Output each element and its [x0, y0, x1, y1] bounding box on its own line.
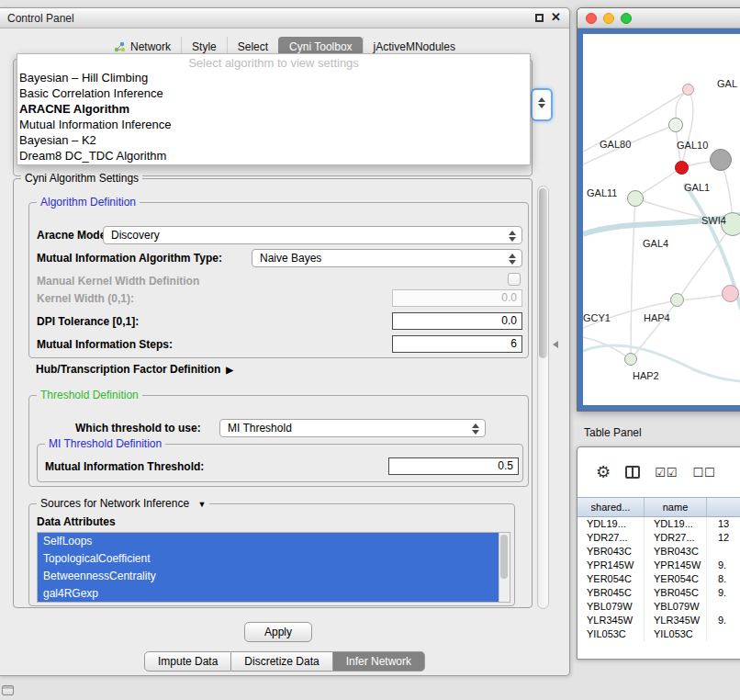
manual-kernel-checkbox	[508, 273, 521, 286]
apply-button[interactable]: Apply	[244, 622, 312, 642]
combo-stepper-icon	[509, 231, 516, 242]
algorithm-combobox-stepper[interactable]	[531, 88, 553, 121]
table-row[interactable]: YBR045CYBR045C9.	[577, 586, 740, 600]
mi-type-select[interactable]: Naive Bayes	[252, 249, 522, 267]
node-label: GAL	[717, 78, 737, 89]
dpi-tolerance-label: DPI Tolerance [0,1]:	[37, 315, 139, 328]
cyni-algorithm-settings-group: Cyni Algorithm Settings Algorithm Defini…	[13, 178, 533, 608]
settings-scrollbar[interactable]	[537, 186, 549, 609]
threshold-definition-group: Threshold Definition Which threshold to …	[28, 395, 529, 487]
node-label: HAP2	[633, 370, 659, 381]
manual-kernel-label: Manual Kernel Width Definition	[37, 275, 199, 288]
list-item[interactable]: SelfLoops	[38, 533, 499, 550]
table-row[interactable]: YPR145WYPR145W9.	[577, 559, 740, 572]
which-threshold-select[interactable]: MI Threshold	[219, 419, 486, 437]
table-body: YDL19...YDL19...13 YDR27...YDR27...12 YB…	[577, 517, 740, 641]
gear-icon[interactable]: ⚙	[596, 462, 611, 482]
combo-stepper-icon	[538, 97, 545, 108]
table-row[interactable]: YBL079WYBL079W	[577, 600, 740, 614]
network-window-titlebar[interactable]	[577, 8, 740, 28]
node-label: GAL11	[587, 187, 617, 198]
algorithm-definition-group: Algorithm Definition Aracne Mode: Discov…	[28, 202, 529, 358]
sources-group: Sources for Network Inference ▼ Data Att…	[28, 503, 515, 606]
combo-stepper-icon	[472, 423, 479, 435]
table-header-row: shared... name	[577, 497, 740, 517]
deselect-all-icon[interactable]: ☐☐	[692, 466, 715, 480]
node-label: GAL1	[684, 182, 710, 193]
tab-infer-network[interactable]: Infer Network	[333, 651, 425, 672]
menu-item[interactable]: Bayesian – Hill Climbing	[17, 70, 530, 85]
network-node[interactable]	[722, 285, 739, 302]
control-panel-titlebar: Control Panel ✕	[0, 8, 569, 28]
node-label: GAL10	[677, 140, 708, 151]
node-label: GCY1	[583, 312, 611, 323]
table-row[interactable]: YIL053CYIL053C	[577, 627, 740, 641]
algorithm-dropdown-menu: Select algorithm to view settings Bayesi…	[17, 53, 531, 165]
tab-impute-data[interactable]: Impute Data	[144, 651, 231, 672]
network-node[interactable]	[710, 149, 732, 171]
mi-type-label: Mutual Information Algorithm Type:	[37, 252, 222, 265]
sources-toggle[interactable]: Sources for Network Inference ▼	[37, 497, 209, 510]
splitter-arrow-icon[interactable]	[553, 341, 558, 348]
traffic-light-zoom-icon[interactable]	[621, 13, 632, 24]
float-window-icon[interactable]	[535, 14, 544, 22]
column-header[interactable]	[707, 498, 740, 516]
traffic-light-minimize-icon[interactable]	[603, 13, 614, 24]
collapse-arrow-icon: ▼	[197, 500, 206, 509]
network-node[interactable]	[668, 118, 683, 132]
network-view-window: GAL GAL80 GAL10 GAL11 GAL1 SWI4 GAL4 GCY…	[577, 7, 740, 412]
table-row[interactable]: YDR27...YDR27...12	[577, 531, 740, 545]
network-canvas-frame: GAL GAL80 GAL10 GAL11 GAL1 SWI4 GAL4 GCY…	[577, 28, 740, 411]
table-row[interactable]: YDL19...YDL19...13	[577, 517, 740, 531]
control-panel-window: Control Panel ✕ Network Style Select Cyn…	[0, 7, 570, 676]
traffic-light-close-icon[interactable]	[586, 13, 597, 24]
list-scrollbar[interactable]	[499, 533, 510, 602]
table-panel-title: Table Panel	[584, 426, 642, 439]
menu-item[interactable]: Dream8 DC_TDC Algorithm	[17, 148, 530, 164]
mi-threshold-input[interactable]: 0.5	[388, 457, 519, 475]
hub-definition-toggle[interactable]: Hub/Transcription Factor Definition▶	[36, 363, 233, 376]
network-node[interactable]	[627, 190, 644, 207]
settings-group-title: Cyni Algorithm Settings	[21, 172, 142, 185]
network-canvas[interactable]: GAL GAL80 GAL10 GAL11 GAL1 SWI4 GAL4 GCY…	[583, 34, 740, 405]
cyni-bottom-tab-bar: Impute Data Discretize Data Infer Networ…	[0, 651, 569, 672]
combo-stepper-icon	[509, 254, 516, 265]
network-node[interactable]	[682, 84, 694, 96]
table-row[interactable]: YER054CYER054C8.	[577, 572, 740, 586]
scrollbar-thumb[interactable]	[539, 188, 547, 358]
aracne-mode-label: Aracne Mode:	[37, 229, 109, 242]
data-attributes-list: SelfLoops TopologicalCoefficient Between…	[37, 532, 510, 603]
column-selector-icon[interactable]	[625, 466, 640, 479]
list-item[interactable]: gal4RGexp	[38, 585, 499, 603]
table-row[interactable]: YLR345WYLR345W9.	[577, 614, 740, 627]
list-item[interactable]: BetweennessCentrality	[38, 568, 499, 585]
which-threshold-label: Which threshold to use:	[75, 422, 201, 435]
table-row[interactable]: YBR043CYBR043C	[577, 545, 740, 559]
minimized-panel-icon[interactable]	[2, 685, 14, 695]
network-node[interactable]	[670, 293, 684, 307]
menu-item[interactable]: Basic Correlation Inference	[17, 85, 530, 101]
select-all-icon[interactable]: ☑☑	[655, 466, 678, 480]
column-header[interactable]: shared...	[577, 498, 645, 516]
expand-arrow-icon: ▶	[226, 365, 233, 375]
network-node[interactable]	[675, 161, 689, 175]
node-label: SWI4	[701, 215, 726, 226]
list-item[interactable]: TopologicalCoefficient	[38, 550, 499, 568]
table-panel-window: ⚙ ☑☑ ☐☐ shared... name YDL19...YDL19...1…	[577, 446, 740, 660]
node-label: HAP4	[644, 312, 670, 323]
dpi-tolerance-input[interactable]: 0.0	[392, 312, 522, 330]
mi-threshold-label: Mutual Information Threshold:	[45, 460, 204, 473]
close-icon[interactable]: ✕	[551, 12, 561, 23]
mi-threshold-group-title: MI Threshold Definition	[45, 437, 165, 450]
aracne-mode-select[interactable]: Discovery	[103, 226, 522, 244]
menu-item[interactable]: Mutual Information Inference	[17, 117, 530, 132]
mi-threshold-definition-group: MI Threshold Definition Mutual Informati…	[37, 444, 523, 482]
data-attributes-label: Data Attributes	[37, 515, 116, 528]
menu-item[interactable]: Bayesian – K2	[17, 132, 530, 148]
mi-steps-input[interactable]: 6	[392, 335, 522, 353]
column-header[interactable]: name	[645, 498, 707, 516]
network-node[interactable]	[624, 353, 637, 366]
menu-item-selected[interactable]: ARACNE Algorithm	[17, 101, 530, 117]
node-label: GAL80	[600, 139, 631, 150]
tab-discretize-data[interactable]: Discretize Data	[231, 651, 332, 672]
